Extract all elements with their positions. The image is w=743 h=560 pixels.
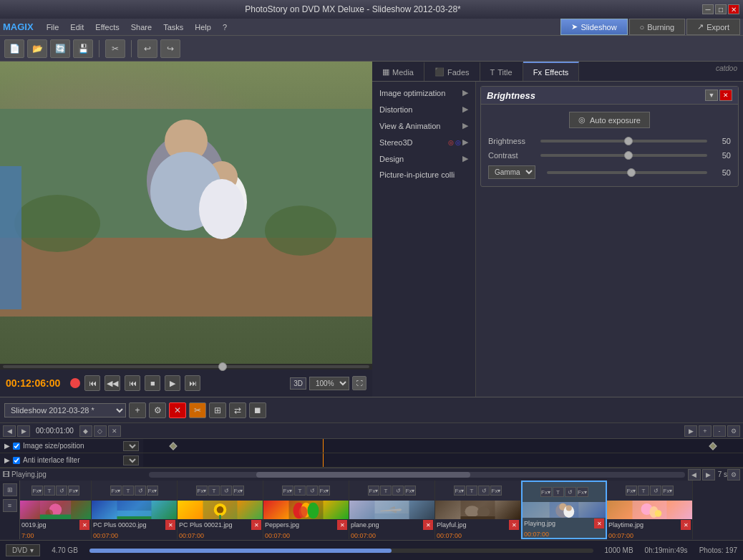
thumb-playing-rotate-button[interactable]: ↺ xyxy=(565,487,576,497)
thumb-pc21-delete[interactable]: ✕ xyxy=(251,520,261,530)
menu-edit[interactable]: Edit xyxy=(64,21,89,33)
effect-stereo3d[interactable]: Stereo3D ◎ ◎ ▶ xyxy=(372,134,475,150)
thumb-playing-delete[interactable]: ✕ xyxy=(594,518,604,528)
left-strip-list-button[interactable]: ≡ xyxy=(3,499,17,512)
menu-tasks[interactable]: Tasks xyxy=(157,21,189,33)
thumb-playful-t-button[interactable]: T xyxy=(466,486,477,496)
menu-share[interactable]: Share xyxy=(125,21,157,33)
cut-button[interactable]: ✂ xyxy=(105,39,125,58)
undo-button[interactable]: ↩ xyxy=(137,39,157,58)
thumb-playing-t-button[interactable]: T xyxy=(553,487,564,497)
kf-settings-button[interactable]: + xyxy=(699,425,712,437)
timeline-delete-button[interactable]: ✕ xyxy=(169,402,186,418)
rewind-button[interactable]: ◀◀ xyxy=(105,375,120,391)
thumb-playtime-t-button[interactable]: T xyxy=(638,486,649,496)
tab-media[interactable]: ▦ Media xyxy=(372,62,424,81)
thumb-t-button[interactable]: T xyxy=(44,486,55,496)
thumb-playing-fx2-button[interactable]: Fx▾ xyxy=(577,487,588,497)
window-controls[interactable]: ─ □ ✕ xyxy=(702,4,739,14)
kf-diamond-end[interactable] xyxy=(709,442,717,450)
timeline-cut-button[interactable]: ✂ xyxy=(189,402,206,418)
brightness-dropdown-button[interactable]: ▼ xyxy=(705,90,718,101)
thumb-playful-delete[interactable]: ✕ xyxy=(509,520,519,530)
thumb-pc20-rotate-button[interactable]: ↺ xyxy=(135,486,146,496)
thumb-pc20-fx2-button[interactable]: Fx▾ xyxy=(147,486,158,496)
thumb-pc20-t-button[interactable]: T xyxy=(122,486,134,496)
thumb-pc20-fx-button[interactable]: Fx▾ xyxy=(110,486,122,496)
burning-mode-button[interactable]: ○ Burning xyxy=(629,19,686,35)
new-button[interactable]: 📄 xyxy=(4,39,24,58)
save-button[interactable]: 💾 xyxy=(73,39,93,58)
timeline-settings-button[interactable]: ⚙ xyxy=(149,402,166,418)
thumb-plane-delete[interactable]: ✕ xyxy=(423,520,433,530)
thumb-peppers-image[interactable] xyxy=(263,501,349,519)
thumb-peppers-delete[interactable]: ✕ xyxy=(337,520,347,530)
track-antiinterlace-checkbox[interactable] xyxy=(13,457,20,464)
thumb-pc20-delete[interactable]: ✕ xyxy=(165,520,175,530)
effect-view-animation[interactable]: View & Animation ▶ xyxy=(372,117,475,134)
thumb-pc21-fx2-button[interactable]: Fx▾ xyxy=(233,486,244,496)
thumb-peppers-rotate-button[interactable]: ↺ xyxy=(306,486,318,496)
thumb-playtime-rotate-button[interactable]: ↺ xyxy=(650,486,661,496)
view-mode-toggle[interactable]: 3D xyxy=(290,377,306,390)
brightness-slider[interactable] xyxy=(540,140,707,143)
kf-delete-button[interactable]: ✕ xyxy=(108,425,121,437)
minimize-button[interactable]: ─ xyxy=(702,4,714,14)
kf-add-button[interactable]: ◆ xyxy=(79,425,92,437)
brightness-thumb[interactable] xyxy=(624,137,633,145)
medium-selector[interactable]: DVD ▾ xyxy=(6,544,40,556)
timeline-transition-button[interactable]: ⇄ xyxy=(229,402,246,418)
thumb-playful-fx2-button[interactable]: Fx▾ xyxy=(490,486,502,496)
kf-minus-button[interactable]: ◇ xyxy=(94,425,107,437)
gamma-slider[interactable] xyxy=(547,171,707,174)
timeline-settings2-button[interactable]: ⚙ xyxy=(727,469,740,481)
thumb-playful-image[interactable] xyxy=(435,501,520,519)
thumb-plane-rotate-button[interactable]: ↺ xyxy=(392,486,404,496)
thumb-playtime-fx-button[interactable]: Fx▾ xyxy=(626,486,637,496)
thumb-0019-image[interactable] xyxy=(20,501,91,519)
effect-pip[interactable]: Picture-in-picture colli xyxy=(372,167,475,183)
kf-prev-button[interactable]: ◀ xyxy=(3,425,16,437)
open-button[interactable]: 📂 xyxy=(27,39,47,58)
fullscreen-button[interactable]: ⛶ xyxy=(352,376,366,390)
play-button[interactable]: ▶ xyxy=(165,375,180,391)
thumb-pc21-fx-button[interactable]: Fx▾ xyxy=(196,486,208,496)
gamma-select[interactable]: Gamma Linear sRGB xyxy=(488,165,535,179)
menu-file[interactable]: File xyxy=(41,21,65,33)
tab-fades[interactable]: ⬛ Fades xyxy=(424,62,480,81)
thumb-pc21-image[interactable] xyxy=(178,501,263,519)
track-imagesize-checkbox[interactable] xyxy=(13,443,20,450)
skip-back-button[interactable]: ⏮ xyxy=(84,375,100,391)
brightness-close-button[interactable]: ✕ xyxy=(719,90,732,101)
contrast-thumb[interactable] xyxy=(624,151,633,160)
thumb-playing-image[interactable] xyxy=(523,502,606,518)
close-button[interactable]: ✕ xyxy=(728,4,739,14)
timeline-copy-button[interactable]: ⊞ xyxy=(209,402,226,418)
left-strip-grid-button[interactable]: ⊞ xyxy=(3,483,17,496)
gamma-thumb[interactable] xyxy=(627,168,636,177)
thumb-rotate-button[interactable]: ↺ xyxy=(56,486,67,496)
menu-effects[interactable]: Effects xyxy=(89,21,125,33)
thumb-playful-fx-button[interactable]: Fx▾ xyxy=(454,486,465,496)
thumb-pc21-t-button[interactable]: T xyxy=(208,486,220,496)
auto-exposure-button[interactable]: ◎ Auto exposure xyxy=(569,112,650,128)
redo-button[interactable]: ↪ xyxy=(160,39,180,58)
scroll-right-button[interactable]: ▶ xyxy=(702,469,715,481)
thumb-playtime-image[interactable] xyxy=(607,501,692,519)
scroll-left-button[interactable]: ◀ xyxy=(688,469,701,481)
effect-image-optimization[interactable]: Image optimization ▶ xyxy=(372,85,475,101)
thumb-playful-rotate-button[interactable]: ↺ xyxy=(478,486,490,496)
thumb-pc21-rotate-button[interactable]: ↺ xyxy=(220,486,232,496)
record-button[interactable] xyxy=(70,378,80,388)
effect-design[interactable]: Design ▶ xyxy=(372,150,475,167)
slideshow-select[interactable]: Slideshow 2012-03-28 * xyxy=(4,403,126,417)
effect-distortion[interactable]: Distortion ▶ xyxy=(372,101,475,117)
thumb-playing-fx-button[interactable]: Fx▾ xyxy=(540,487,552,497)
thumb-0019-delete[interactable]: ✕ xyxy=(79,520,89,530)
thumb-plane-fx2-button[interactable]: Fx▾ xyxy=(404,486,416,496)
expand-icon2[interactable]: ▶ xyxy=(4,456,10,464)
prev-frame-button[interactable]: ⏮ xyxy=(125,375,140,391)
thumb-peppers-fx2-button[interactable]: Fx▾ xyxy=(319,486,330,496)
scrubber-thumb[interactable] xyxy=(218,362,227,371)
tab-effects[interactable]: Fx Effects xyxy=(523,62,580,81)
